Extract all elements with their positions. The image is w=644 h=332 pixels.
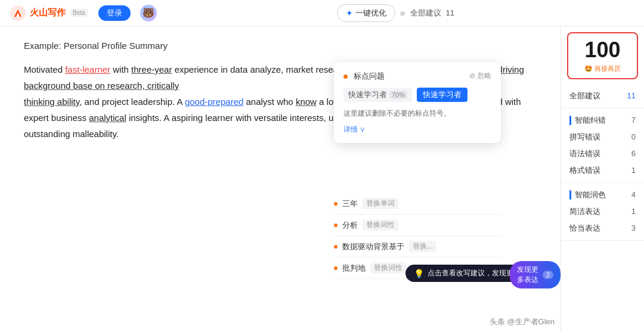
rpanel-row-format[interactable]: 格式错误 1 xyxy=(569,162,636,179)
rpanel-row-appropriate[interactable]: 恰当表达 3 xyxy=(569,220,636,237)
suggestion-item-1: 三年 替换单词 xyxy=(334,193,501,215)
s-label-2: 分析 xyxy=(342,220,358,231)
logo-text: 火山写作 xyxy=(30,7,66,18)
logo-icon xyxy=(10,5,26,21)
popup-word-row: 快速学习者 70% 快速学习者 xyxy=(343,88,491,102)
suggestion-item-3: 数据驱动背景基于 替换... xyxy=(334,236,501,257)
optimize-button[interactable]: ✦ 一键优化 xyxy=(337,4,395,22)
rpanel-count-smart-polish: 4 xyxy=(631,190,636,199)
suggestions-count: 11 xyxy=(446,8,454,17)
logo-area: 火山写作 Beta 登录 🐻 xyxy=(10,5,157,21)
rpanel-row-grammar[interactable]: 语法错误 6 xyxy=(569,145,636,162)
rpanel-row-all[interactable]: 全部建议 11 xyxy=(569,88,636,104)
text-part2: with xyxy=(110,64,131,75)
popup-detail[interactable]: 详情 ∨ xyxy=(343,125,491,135)
rpanel-count-format: 1 xyxy=(631,166,636,175)
score-number: 100 xyxy=(574,38,631,62)
suggestions-label: 全部建议 xyxy=(410,8,441,18)
s-action-1[interactable]: 替换单词 xyxy=(363,198,398,209)
optimize-label: 一键优化 xyxy=(355,8,386,18)
suggestion-popup: 标点问题 ⊘ 忽略 快速学习者 70% 快速学习者 这里建议删除不必要的标点符号… xyxy=(334,62,501,143)
s-action-4[interactable]: 替换词性 xyxy=(370,262,406,274)
rpanel-label-smart-polish: 智能润色 xyxy=(575,190,631,200)
avatar: 🐻 xyxy=(140,5,157,21)
right-panel: 100 🤩 再接再厉 全部建议 11 智能纠错 7 拼写错误 0 语法错误 6 xyxy=(561,26,644,332)
three-year-highlight: three-year xyxy=(131,64,172,75)
popup-header: 标点问题 ⊘ 忽略 xyxy=(343,70,491,82)
topbar: 火山写作 Beta 登录 🐻 ✦ 一键优化 » 全部建议 11 xyxy=(0,0,644,26)
rpanel-count-concise: 1 xyxy=(631,207,636,216)
popup-title: 标点问题 xyxy=(354,72,385,80)
s-label-3: 数据驱动背景基于 xyxy=(342,241,404,252)
rpanel-label-format: 格式错误 xyxy=(569,165,600,176)
good-prepared-highlight: good-prepared xyxy=(185,97,243,107)
rpanel-row-smart-polish: 智能润色 4 xyxy=(569,187,636,203)
popup-desc: 这里建议删除不必要的标点符号。 xyxy=(343,108,491,119)
suggestion-item-2: 分析 替换词性 xyxy=(334,215,501,236)
score-card: 100 🤩 再接再厉 xyxy=(567,32,638,79)
rpanel-smart-correct[interactable]: 智能纠错 7 拼写错误 0 语法错误 6 格式错误 1 xyxy=(561,108,644,183)
beta-badge: Beta xyxy=(70,9,88,17)
editor-area[interactable]: Example: Personal Profile Summary Motiva… xyxy=(0,26,561,332)
rpanel-count-appropriate: 3 xyxy=(631,224,636,232)
original-score: 70% xyxy=(389,91,407,99)
discover-count: 2 xyxy=(543,271,553,279)
rpanel-label-appropriate: 恰当表达 xyxy=(569,223,600,234)
tooltip-bulb-icon: 💡 xyxy=(414,269,424,278)
watermark-text: 头条 @生产者Glen xyxy=(490,317,555,326)
s-dot-4 xyxy=(334,266,338,270)
s-action-2[interactable]: 替换词性 xyxy=(363,219,398,231)
rpanel-count-all: 11 xyxy=(627,91,636,100)
replace-tag[interactable]: 快速学习者 xyxy=(417,88,467,102)
score-sub: 🤩 再接再厉 xyxy=(574,64,631,73)
optimize-icon: ✦ xyxy=(346,8,353,18)
rpanel-label-spelling: 拼写错误 xyxy=(569,132,600,142)
login-button[interactable]: 登录 xyxy=(98,5,131,21)
rpanel-label-concise: 简洁表达 xyxy=(569,206,600,217)
text-part5: analyst who xyxy=(243,97,296,107)
rpanel-count-grammar: 6 xyxy=(631,149,636,158)
rpanel-row-smart-correct: 智能纠错 7 xyxy=(569,112,636,129)
topbar-center: ✦ 一键优化 » 全部建议 11 xyxy=(157,4,634,22)
popup-dot xyxy=(343,75,348,79)
know-highlight: know xyxy=(296,97,317,107)
rpanel-smart-polish[interactable]: 智能润色 4 简洁表达 1 恰当表达 3 xyxy=(561,183,644,241)
rpanel-bar-polish xyxy=(569,190,571,200)
doc-title: Example: Personal Profile Summary xyxy=(24,41,537,51)
s-label-1: 三年 xyxy=(342,198,358,209)
rpanel-label-smart-correct: 智能纠错 xyxy=(575,115,631,126)
more-button[interactable]: » xyxy=(400,8,405,18)
text-part1: Motivated xyxy=(24,64,65,75)
rpanel-bar-smart xyxy=(569,116,571,125)
main-layout: Example: Personal Profile Summary Motiva… xyxy=(0,26,644,332)
rpanel-row-concise[interactable]: 简洁表达 1 xyxy=(569,203,636,220)
watermark: 头条 @生产者Glen xyxy=(490,317,555,327)
original-word: 快速学习者 xyxy=(348,89,387,100)
s-action-3[interactable]: 替换... xyxy=(409,241,436,252)
text-part4: , and project leadership. A xyxy=(79,97,185,107)
s-label-4: 批判地 xyxy=(342,263,366,274)
rpanel-label-grammar: 语法错误 xyxy=(569,148,600,159)
s-dot-2 xyxy=(334,224,338,227)
popup-ignore[interactable]: ⊘ 忽略 xyxy=(469,71,491,81)
rpanel-row-spelling[interactable]: 拼写错误 0 xyxy=(569,129,636,145)
s-dot-1 xyxy=(334,202,338,206)
rpanel-count-smart-correct: 7 xyxy=(631,116,636,125)
s-dot-3 xyxy=(334,245,338,249)
analytical-highlight: analytical xyxy=(89,113,126,123)
discover-button[interactable]: 发现更多表达 2 xyxy=(510,261,561,288)
rpanel-count-spelling: 0 xyxy=(631,132,636,141)
popup-title-row: 标点问题 xyxy=(343,70,385,82)
original-tag: 快速学习者 70% xyxy=(343,88,412,102)
fast-learner-highlight: fast-learner xyxy=(65,64,110,75)
rpanel-label-all: 全部建议 xyxy=(569,91,600,101)
rpanel-all-suggestions[interactable]: 全部建议 11 xyxy=(561,84,644,108)
discover-label: 发现更多表达 xyxy=(517,265,539,285)
